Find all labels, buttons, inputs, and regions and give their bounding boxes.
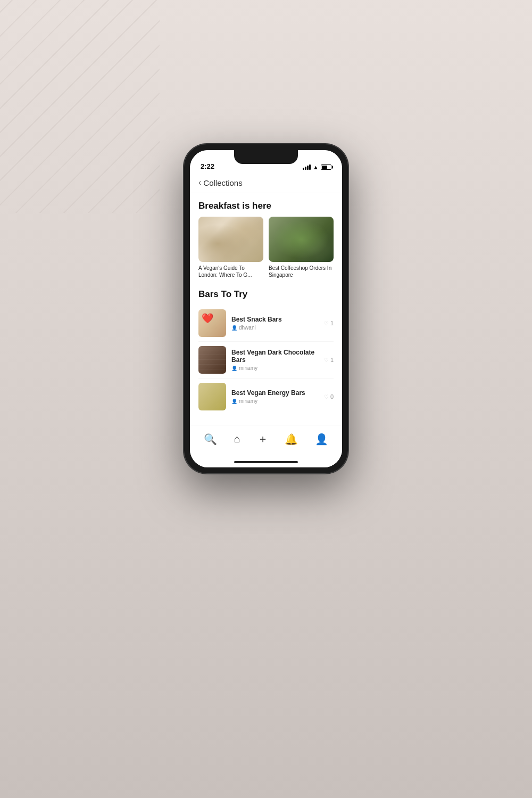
breakfast-section: Breakfast is here A Vegan's Guide To Lon…	[198, 201, 334, 278]
heart-icon-2: ♡	[324, 357, 329, 363]
dark-choc-likes: 1	[330, 357, 334, 363]
nav-add[interactable]: ＋	[253, 430, 272, 448]
back-navigation[interactable]: ‹ Collections	[198, 178, 334, 187]
battery-fill	[322, 166, 327, 169]
nav-search[interactable]: 🔍	[200, 431, 221, 448]
snack-bars-info: Best Snack Bars 👤 dhwani	[231, 316, 324, 331]
bell-icon: 🔔	[285, 433, 298, 446]
bottom-navigation: 🔍 ⌂ ＋ 🔔 👤	[190, 425, 342, 457]
profile-icon: 👤	[315, 433, 328, 446]
dark-choc-meta: ♡ 1	[324, 357, 334, 363]
heart-icon-1: ♡	[324, 320, 329, 326]
energy-bars-meta: ♡ 0	[324, 393, 334, 400]
back-nav-label[interactable]: Collections	[203, 178, 242, 187]
app-header: ‹ Collections	[190, 174, 342, 193]
scroll-content: Breakfast is here A Vegan's Guide To Lon…	[190, 193, 342, 425]
snack-bars-title: Best Snack Bars	[231, 316, 324, 323]
dark-choc-author: 👤 miriamy	[231, 365, 324, 371]
author-icon-3: 👤	[231, 399, 237, 404]
energy-bars-author-name: miriamy	[239, 398, 257, 404]
dark-choc-title: Best Vegan Dark Chocolate Bars	[231, 349, 324, 364]
snack-bars-likes: 1	[330, 320, 334, 326]
energy-bars-title: Best Vegan Energy Bars	[231, 389, 324, 397]
nav-home[interactable]: ⌂	[230, 431, 245, 447]
dark-choc-thumbnail	[198, 346, 226, 374]
dark-choc-author-name: miriamy	[239, 365, 257, 371]
home-icon: ⌂	[234, 433, 240, 445]
card-coffeeshop[interactable]: Best Coffeeshop Orders In Singapore	[269, 217, 334, 278]
dark-choc-info: Best Vegan Dark Chocolate Bars 👤 miriamy	[231, 349, 324, 371]
list-item-snack-bars[interactable]: Best Snack Bars 👤 dhwani ♡ 1	[198, 305, 334, 342]
phone-screen: 2:22 ▲ ‹ Col	[190, 150, 342, 467]
author-icon-2: 👤	[231, 366, 237, 371]
list-item-dark-choc[interactable]: Best Vegan Dark Chocolate Bars 👤 miriamy…	[198, 342, 334, 379]
status-time: 2:22	[201, 162, 214, 170]
breakfast-card-grid: A Vegan's Guide To London: Where To G...…	[198, 217, 334, 278]
phone-frame: 2:22 ▲ ‹ Col	[184, 144, 348, 474]
energy-bars-likes: 0	[330, 393, 334, 400]
nav-profile[interactable]: 👤	[311, 431, 332, 448]
status-icons: ▲	[303, 164, 331, 170]
bars-section-title: Bars To Try	[198, 289, 334, 300]
energy-bars-thumbnail	[198, 383, 226, 410]
card-coffee-label: Best Coffeeshop Orders In Singapore	[269, 265, 334, 278]
signal-bar-4	[309, 164, 311, 170]
signal-bar-1	[303, 168, 304, 170]
wifi-icon: ▲	[313, 164, 319, 170]
snack-bars-author: 👤 dhwani	[231, 325, 324, 331]
snack-bars-meta: ♡ 1	[324, 320, 334, 326]
card-vegan-guide[interactable]: A Vegan's Guide To London: Where To G...	[198, 217, 263, 278]
wall-texture	[0, 0, 160, 213]
card-coffee-image	[269, 217, 334, 262]
signal-bar-3	[307, 166, 309, 170]
signal-bars	[303, 164, 311, 170]
heart-icon-3: ♡	[324, 394, 329, 400]
phone-mockup: 2:22 ▲ ‹ Col	[184, 144, 348, 474]
card-vegan-image	[198, 217, 263, 262]
battery-icon	[321, 164, 331, 170]
nav-bell[interactable]: 🔔	[280, 431, 302, 448]
back-chevron-icon[interactable]: ‹	[198, 178, 201, 187]
card-vegan-label: A Vegan's Guide To London: Where To G...	[198, 265, 263, 278]
energy-bars-info: Best Vegan Energy Bars 👤 miriamy	[231, 389, 324, 404]
author-icon-1: 👤	[231, 325, 237, 331]
home-indicator	[190, 457, 342, 467]
home-indicator-bar	[234, 461, 298, 463]
search-icon: 🔍	[204, 433, 217, 446]
bars-list: Best Snack Bars 👤 dhwani ♡ 1	[198, 305, 334, 415]
signal-bar-2	[305, 167, 306, 170]
breakfast-section-title: Breakfast is here	[198, 201, 334, 211]
phone-notch	[234, 150, 298, 164]
add-icon: ＋	[257, 432, 268, 446]
energy-bars-author: 👤 miriamy	[231, 398, 324, 404]
snack-bars-thumbnail	[198, 309, 226, 337]
snack-bars-author-name: dhwani	[239, 325, 256, 331]
bars-section: Bars To Try Best Snack Bars 👤 dhwani	[198, 289, 334, 415]
list-item-energy-bars[interactable]: Best Vegan Energy Bars 👤 miriamy ♡ 0	[198, 379, 334, 415]
